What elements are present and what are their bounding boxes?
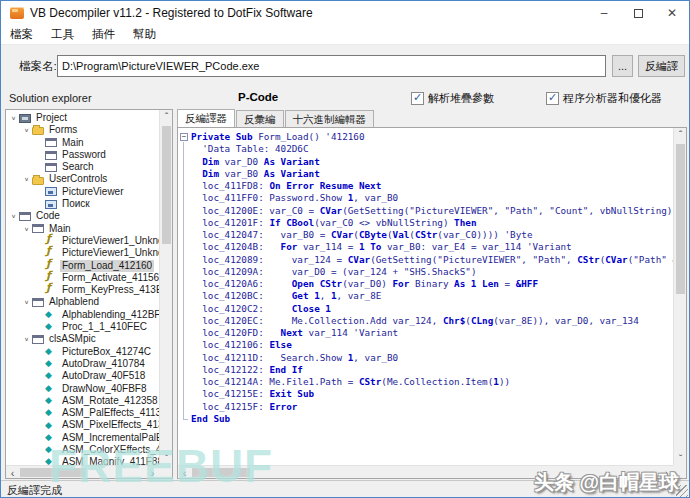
optimizer-checkbox[interactable]: ✓ 程序分析器和優化器 <box>546 91 662 106</box>
form-icon <box>45 138 57 147</box>
tree-item-picturebox-41274c[interactable]: PictureBox_41274C <box>6 346 159 358</box>
tree-hscroll-thumb[interactable] <box>20 468 86 477</box>
tree-item-alphablending-412bf4[interactable]: Alphablending_412BF4 <box>6 309 159 321</box>
tree-item-proc-1-1-410fec[interactable]: Proc_1_1_410FEC <box>6 321 159 333</box>
tree-item-autodraw-40f518[interactable]: AutoDraw_40F518 <box>6 370 159 382</box>
scroll-up-icon[interactable]: ˆ <box>674 128 687 141</box>
app-icon <box>10 7 24 19</box>
tree-item-form-activate-411568[interactable]: Form_Activate_411568 <box>6 272 159 284</box>
maximize-icon[interactable] <box>621 1 655 25</box>
tree-item-code[interactable]: ∨Code <box>6 210 159 222</box>
tree-item-main[interactable]: Main <box>6 137 159 149</box>
tree-item-autodraw-410784[interactable]: AutoDraw_410784 <box>6 358 159 370</box>
code-vscroll-thumb[interactable] <box>676 144 685 294</box>
tree-item-asm-rotate-412358[interactable]: ASM_Rotate_412358 <box>6 395 159 407</box>
chevron-down-icon[interactable]: ∨ <box>21 175 32 185</box>
tree-item-form-keypress-413ee8[interactable]: Form_KeyPress_413EE8 <box>6 284 159 296</box>
tree-item-clsasmpic[interactable]: ∨clsASMpic <box>6 333 159 345</box>
chevron-down-icon[interactable]: ∨ <box>21 126 32 136</box>
toolbar: 檔案名: ... 反編譯 <box>1 46 689 87</box>
tree-vscroll-thumb[interactable] <box>162 126 171 244</box>
proc-icon <box>45 408 57 418</box>
tree-item-label: Forms <box>47 124 79 136</box>
tab-1[interactable]: 反彙編 <box>236 110 284 127</box>
tree-item-asm-magnify-411f88[interactable]: ASM_Magnify_411F88 <box>6 456 159 465</box>
fold-collapse-icon[interactable]: − <box>180 133 188 141</box>
tree-item-asm-paleffects-4113e4[interactable]: ASM_PalEffects_4113E4 <box>6 407 159 419</box>
tree-item-search[interactable]: Search <box>6 161 159 173</box>
scroll-right-icon[interactable]: › <box>146 466 159 479</box>
parse-stack-checkbox[interactable]: ✓ 解析堆疊參數 <box>411 91 494 106</box>
menu-item-0[interactable]: 檔案 <box>1 27 42 42</box>
tree-item-asm-pixeleffects-413614[interactable]: ASM_PixelEffects_413614 <box>6 419 159 431</box>
tree-item-alphablend[interactable]: ∨Alphablend <box>6 296 159 308</box>
decompile-button[interactable]: 反編譯 <box>638 55 685 77</box>
usercontrol-icon <box>45 200 57 209</box>
browse-button[interactable]: ... <box>612 55 633 77</box>
tab-0[interactable]: 反編譯器 <box>177 109 235 127</box>
scroll-down-icon[interactable]: ˇ <box>674 452 687 465</box>
code-line-7: loc_41201F: If CBool(var_C0 <> vbNullStr… <box>191 217 673 229</box>
code-vertical-scrollbar[interactable]: ˆ ˇ <box>673 128 686 465</box>
menu-item-1[interactable]: 工具 <box>42 27 83 42</box>
scroll-up-icon[interactable]: ˆ <box>160 110 173 123</box>
tree-item-project[interactable]: ∨Project <box>6 112 159 124</box>
tree-item-pictureviewer[interactable]: PictureViewer <box>6 186 159 198</box>
tree-item-main[interactable]: ∨Main <box>6 223 159 235</box>
chevron-down-icon[interactable]: ∨ <box>21 335 32 345</box>
code-line-0: Private Sub Form_Load() '412160 <box>191 131 673 143</box>
tree-item-drawnow-40fbf8[interactable]: DrawNow_40FBF8 <box>6 383 159 395</box>
proc-icon <box>45 396 57 406</box>
scroll-left-icon[interactable]: ‹ <box>178 466 191 479</box>
code-line-15: loc_4120EC: Me.Collection.Add var_124, C… <box>191 315 673 327</box>
tree-item-label: Поиск <box>60 198 92 210</box>
file-path-input[interactable] <box>57 55 606 77</box>
tree-item-label: AutoDraw_410784 <box>60 358 147 370</box>
tree-item-forms[interactable]: ∨Forms <box>6 124 159 136</box>
menu-item-2[interactable]: 插件 <box>83 27 124 42</box>
tree-item-usercontrols[interactable]: ∨UserControls <box>6 173 159 185</box>
code-lines[interactable]: Private Sub Form_Load() '412160 'Data Ta… <box>191 131 673 465</box>
chevron-down-icon[interactable]: ∨ <box>21 298 32 308</box>
tree-item-label: PictureBox_41274C <box>60 346 153 358</box>
proc-icon <box>45 347 57 357</box>
menu-bar: 檔案工具插件幫助 <box>1 25 689 45</box>
checkbox-checked-icon[interactable]: ✓ <box>546 92 559 105</box>
parse-stack-label: 解析堆疊參數 <box>428 91 494 106</box>
tree-item-password[interactable]: Password <box>6 149 159 161</box>
resize-grip[interactable] <box>676 485 688 497</box>
solution-tree-panel: ∨Project∨FormsMainPasswordSearch∨UserCon… <box>5 109 173 479</box>
scroll-down-icon[interactable]: ˇ <box>160 452 173 465</box>
method-icon <box>45 285 57 295</box>
minimize-icon[interactable]: – <box>587 1 621 25</box>
code-hscroll-thumb[interactable] <box>192 468 250 477</box>
tree-horizontal-scrollbar[interactable]: ‹ › <box>6 465 159 478</box>
close-icon[interactable]: ✕ <box>655 1 689 25</box>
tree-item-label: ASM_ColorXEffects_41336 <box>60 444 159 456</box>
menu-item-3[interactable]: 幫助 <box>124 27 165 42</box>
chevron-down-icon[interactable]: ∨ <box>8 113 19 123</box>
module-icon <box>32 298 44 307</box>
tree-item-label: PictureViewer1_UnknownEv <box>60 235 159 247</box>
tree-item-label: AutoDraw_40F518 <box>60 370 147 382</box>
tree-item-asm-incrementalpaleffect[interactable]: ASM_IncrementalPalEffect <box>6 432 159 444</box>
tree-item-form-load-412160[interactable]: Form_Load_412160 <box>6 260 159 272</box>
chevron-down-icon[interactable]: ∨ <box>21 224 32 234</box>
checkbox-checked-icon[interactable]: ✓ <box>411 92 424 105</box>
code-scroll-corner <box>673 465 686 478</box>
tab-2[interactable]: 十六進制編輯器 <box>285 110 375 127</box>
tree-item-поиск[interactable]: Поиск <box>6 198 159 210</box>
scroll-right-icon[interactable]: › <box>660 466 673 479</box>
tree-item-label: ASM_Rotate_412358 <box>60 395 159 407</box>
scroll-left-icon[interactable]: ‹ <box>6 466 19 479</box>
code-line-3: Dim var_B0 As Variant <box>191 168 673 180</box>
tree-vertical-scrollbar[interactable]: ˆ ˇ <box>159 110 172 465</box>
tree-item-pictureviewer1-unknownev[interactable]: PictureViewer1_UnknownEv <box>6 235 159 247</box>
code-horizontal-scrollbar[interactable]: ‹ › <box>178 465 673 478</box>
code-line-22: loc_41215F: Error <box>191 401 673 413</box>
code-line-14: loc_4120C2: Close 1 <box>191 303 673 315</box>
tree-item-asm-colorxeffects-41336[interactable]: ASM_ColorXEffects_41336 <box>6 444 159 456</box>
form-icon <box>45 151 57 160</box>
tree-item-pictureviewer1-unknownev[interactable]: PictureViewer1_UnknownEv <box>6 247 159 259</box>
chevron-down-icon[interactable]: ∨ <box>8 212 19 222</box>
